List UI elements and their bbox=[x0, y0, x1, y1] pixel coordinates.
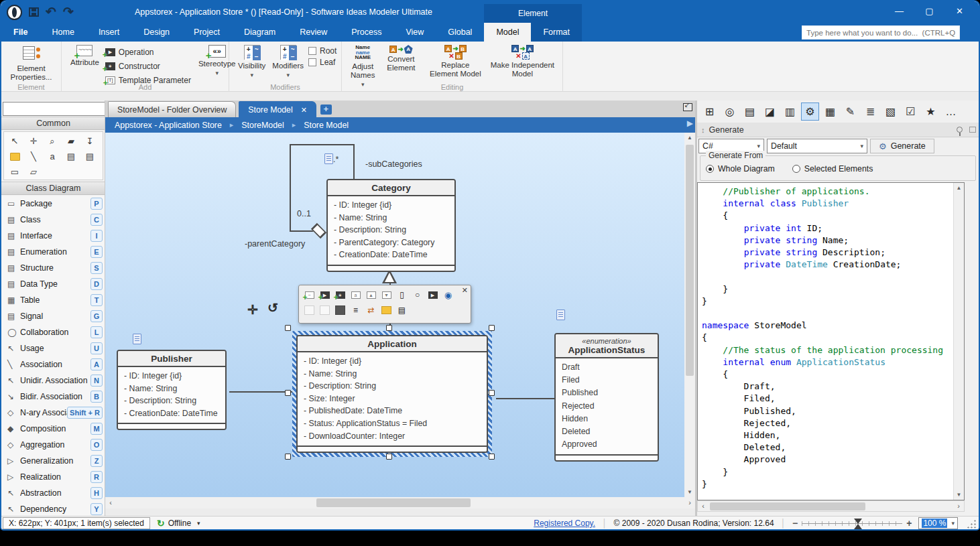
line-weight-icon[interactable]: ≡ bbox=[349, 303, 363, 317]
app-logo-icon[interactable] bbox=[7, 5, 22, 20]
toolbox-item-class[interactable]: ▤ClassC bbox=[1, 212, 105, 228]
toolbox-item-data-type[interactable]: ▤Data TypeD bbox=[1, 276, 105, 292]
uml-attribute[interactable]: - Description: String bbox=[334, 224, 448, 236]
edge-application-status[interactable] bbox=[496, 398, 554, 399]
folder-tool-icon[interactable]: ▭ bbox=[5, 164, 24, 180]
uml-attribute[interactable]: Deleted bbox=[562, 425, 652, 438]
modifiers-button[interactable]: +~#− Modifiers ▾ bbox=[269, 44, 307, 81]
edge-self-association-left[interactable] bbox=[290, 144, 291, 232]
generate-settings-icon[interactable]: ⚙ bbox=[801, 103, 819, 121]
vertical-scroll-thumb[interactable] bbox=[686, 145, 694, 376]
convert-element-icon[interactable]: ⇄ bbox=[364, 303, 378, 317]
auto-hide-panel-icon[interactable] bbox=[683, 103, 692, 111]
uml-attribute[interactable]: - Description: String bbox=[124, 395, 219, 407]
scroll-left-icon[interactable]: ‹ bbox=[105, 497, 116, 508]
edge-self-association-top[interactable] bbox=[290, 144, 355, 145]
uml-attribute[interactable]: Filed bbox=[562, 374, 652, 387]
toolbox-item-realization[interactable]: ▷RealizationR bbox=[1, 469, 105, 485]
toolbox-item-package[interactable]: ▭PackageP bbox=[1, 196, 105, 212]
scroll-down-icon[interactable]: ▼ bbox=[684, 487, 695, 497]
close-button[interactable]: ✕ bbox=[944, 1, 975, 23]
text-block2-tool-icon[interactable]: ▤ bbox=[80, 149, 99, 164]
toolbox-item-dependency[interactable]: ↖DependencyY bbox=[1, 501, 105, 516]
replace-element-model-button[interactable]: A➜B ✕B Replace Element Model bbox=[424, 44, 487, 80]
edit-document-icon[interactable]: ◪ bbox=[761, 103, 779, 121]
panel-expander-icon[interactable]: ▶ bbox=[687, 119, 693, 128]
note-tool-icon[interactable]: ▱ bbox=[24, 164, 43, 180]
toolbox-search-input[interactable] bbox=[3, 102, 105, 116]
shapes-icon[interactable]: ★ bbox=[922, 103, 940, 121]
rotate-element-icon[interactable]: ↺ bbox=[267, 300, 278, 316]
fill-light-1-icon[interactable] bbox=[302, 303, 316, 317]
root-checkbox[interactable]: Root bbox=[308, 46, 336, 56]
scroll-up-icon[interactable]: ▲ bbox=[684, 133, 695, 143]
uml-attribute[interactable]: - Name: String bbox=[124, 383, 219, 395]
add-constructor-icon[interactable]: ∗+ bbox=[333, 288, 347, 301]
selection-handle-nw[interactable] bbox=[285, 325, 291, 331]
edge-publisher-application[interactable] bbox=[229, 391, 292, 393]
minimize-button[interactable]: — bbox=[884, 1, 914, 23]
visibility-button[interactable]: +~#− Visibility ▾ bbox=[235, 44, 269, 81]
uml-attribute[interactable]: Draft bbox=[562, 361, 652, 374]
sticky-note-tool-icon[interactable] bbox=[5, 149, 24, 164]
uml-attribute[interactable]: - DownloadCounter: Integer bbox=[304, 430, 481, 443]
sticky-note-icon[interactable] bbox=[379, 303, 393, 317]
add-text-icon[interactable]: a bbox=[349, 288, 363, 301]
uml-attribute[interactable]: - ID: Integer {id} bbox=[124, 370, 219, 383]
uml-attribute[interactable]: Approved bbox=[562, 438, 652, 451]
zoom-percent-select[interactable]: 100 % ▾ bbox=[918, 517, 958, 529]
toolbox-item-n-ary-association[interactable]: ◇N-ary AssociationShift + R bbox=[1, 405, 105, 421]
uml-class-category[interactable]: Category- ID: Integer {id}- Name: String… bbox=[326, 179, 456, 272]
add-operation-button[interactable]: ▶+ Operation bbox=[103, 45, 194, 59]
toolbox-item-signal[interactable]: ▤SignalG bbox=[1, 308, 105, 324]
ribbon-tab-review[interactable]: Review bbox=[288, 23, 339, 42]
fill-dark-icon[interactable] bbox=[333, 303, 347, 317]
make-independent-model-button[interactable]: A➜A ✕A Make Independent Model bbox=[487, 44, 558, 80]
toolbox-item-unidir-association[interactable]: ↖Unidir. AssociationN bbox=[1, 372, 105, 389]
zoom-tool-icon[interactable]: ⌕ bbox=[43, 133, 62, 149]
ribbon-tab-process[interactable]: Process bbox=[339, 23, 393, 42]
uml-attribute[interactable]: - CreationDate: DateTime bbox=[334, 249, 448, 261]
save-icon[interactable] bbox=[29, 7, 39, 17]
select-tool-icon[interactable]: ↖ bbox=[5, 133, 24, 149]
toolbox-item-interface[interactable]: ▤InterfaceI bbox=[1, 228, 105, 244]
maximize-button[interactable]: ▢ bbox=[914, 1, 944, 23]
selection-handle-se[interactable] bbox=[489, 454, 495, 460]
selection-handle-w[interactable] bbox=[285, 390, 291, 396]
ribbon-tab-file[interactable]: File bbox=[1, 23, 40, 42]
ribbon-tab-insert[interactable]: Insert bbox=[86, 23, 131, 42]
line-tool-icon[interactable]: ╲ bbox=[24, 149, 43, 164]
ribbon-tab-diagram[interactable]: Diagram bbox=[232, 23, 288, 42]
uml-attribute[interactable]: - PublishedDate: DateTime bbox=[304, 405, 481, 417]
ribbon-tab-view[interactable]: View bbox=[393, 23, 436, 42]
format-painter-tool-icon[interactable]: ▰ bbox=[62, 133, 80, 149]
add-attribute-icon[interactable]: ~+ bbox=[302, 288, 316, 301]
ribbon-tab-project[interactable]: Project bbox=[182, 23, 232, 42]
scroll-down-icon[interactable]: ▼ bbox=[954, 490, 964, 500]
multiplicity-label-parent[interactable]: 0..1 bbox=[297, 209, 311, 218]
resize-grip[interactable] bbox=[966, 519, 976, 529]
panel-reorder-icon[interactable]: ↕ bbox=[701, 126, 705, 134]
move-section-down-icon[interactable]: ▼ bbox=[379, 288, 393, 301]
tasks-icon[interactable]: ☑ bbox=[902, 103, 920, 121]
font-style-icon[interactable]: ✎ bbox=[841, 103, 859, 121]
toolbox-item-abstraction[interactable]: ↖AbstractionH bbox=[1, 485, 105, 501]
scroll-right-icon[interactable]: › bbox=[953, 501, 964, 512]
move-section-up-icon[interactable]: ▲ bbox=[364, 288, 378, 301]
maximize-panel-icon[interactable] bbox=[969, 127, 976, 133]
pin-panel-icon[interactable] bbox=[957, 127, 963, 133]
undo-icon[interactable]: ↶ bbox=[46, 5, 56, 19]
uml-class-application[interactable]: Application- ID: Integer {id}- Name: Str… bbox=[296, 335, 488, 453]
uml-class-publisher[interactable]: Publisher- ID: Integer {id}- Name: Strin… bbox=[117, 350, 227, 430]
selection-handle-n[interactable] bbox=[386, 325, 392, 331]
uml-attribute[interactable]: - Status: ApplicationStatus = Filed bbox=[304, 417, 481, 430]
uml-attribute[interactable]: Rejected bbox=[562, 400, 652, 413]
toolbox-section-class-diagram[interactable]: Class Diagram bbox=[1, 182, 105, 195]
breadcrumb-item-store-model[interactable]: Store Model bbox=[304, 121, 349, 130]
toolbox-item-enumeration[interactable]: ▤EnumerationE bbox=[1, 244, 105, 260]
uml-attribute[interactable]: - ID: Integer {id} bbox=[304, 355, 481, 368]
toolbox-section-common[interactable]: Common bbox=[1, 117, 105, 130]
fill-light-2-icon[interactable] bbox=[318, 303, 332, 317]
toolbox-item-aggregation[interactable]: ◇AggregationO bbox=[1, 437, 105, 453]
convert-element-button[interactable]: A➜A Convert Element bbox=[378, 44, 424, 74]
